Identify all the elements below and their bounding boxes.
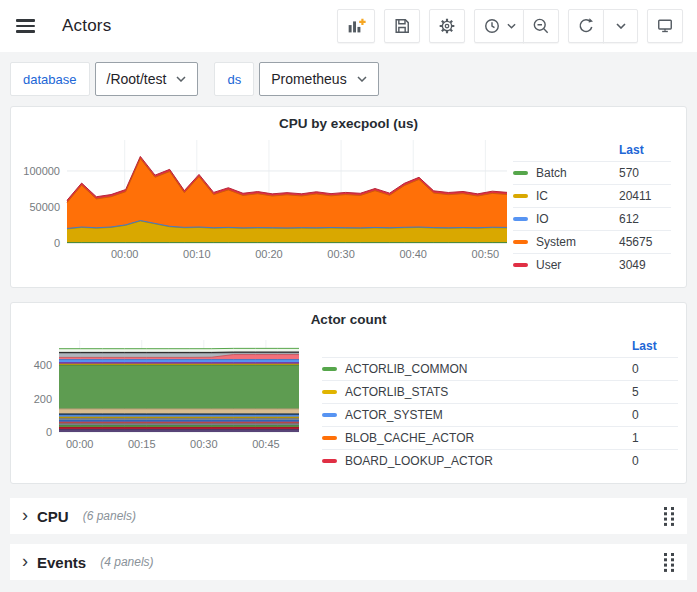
save-icon	[392, 16, 412, 36]
variable-database: database /Root/test	[10, 62, 198, 96]
svg-text:0: 0	[54, 237, 60, 249]
variable-database-label: database	[10, 62, 90, 96]
drag-handle-icon[interactable]	[664, 553, 675, 572]
panel-cpu-by-execpool: CPU by execpool (us) 00:0000:1000:2000:3…	[10, 106, 687, 288]
variable-database-value: /Root/test	[107, 71, 167, 87]
panel-actor-count: Actor count 00:0000:1500:3000:450200400 …	[10, 302, 687, 484]
add-panel-button[interactable]	[337, 9, 375, 43]
series-swatch[interactable]	[513, 263, 528, 267]
series-label: ACTORLIB_COMMON	[345, 362, 467, 376]
chevron-down-icon	[507, 23, 516, 29]
svg-text:100000: 100000	[23, 165, 60, 177]
top-bar: Actors	[0, 0, 697, 52]
variable-ds-select[interactable]: Prometheus	[259, 62, 378, 96]
svg-text:0: 0	[46, 426, 52, 438]
monitor-icon	[655, 16, 675, 36]
svg-text:00:00: 00:00	[66, 438, 94, 450]
svg-text:400: 400	[34, 359, 52, 371]
refresh-button[interactable]	[568, 9, 604, 43]
series-label: BLOB_CACHE_ACTOR	[345, 431, 474, 445]
series-label: ACTOR_SYSTEM	[345, 408, 443, 422]
series-label: ACTORLIB_STATS	[345, 385, 448, 399]
legend-item: ACTORLIB_COMMON 0	[322, 357, 678, 380]
series-swatch[interactable]	[322, 459, 337, 463]
dashboard-toolbar	[337, 9, 683, 43]
variable-ds-value: Prometheus	[271, 71, 346, 87]
series-last-value: 0	[632, 454, 678, 468]
cpu-chart-canvas[interactable]: 00:0000:1000:2000:3000:4000:500500001000…	[13, 132, 513, 283]
series-label: IO	[536, 212, 549, 226]
series-swatch[interactable]	[513, 171, 528, 175]
svg-text:00:10: 00:10	[183, 248, 211, 260]
panel-title[interactable]: CPU by execpool (us)	[11, 107, 686, 132]
gear-icon	[437, 16, 457, 36]
chevron-down-icon	[357, 76, 367, 82]
magnifier-minus-icon	[531, 16, 551, 36]
cpu-chart-legend: Last Batch 570 IC 20411 IO 612 System 45…	[513, 134, 671, 283]
series-swatch[interactable]	[322, 367, 337, 371]
series-swatch[interactable]	[322, 413, 337, 417]
chevron-down-icon	[616, 23, 626, 29]
series-label: Batch	[536, 166, 567, 180]
bar-chart-add-icon	[345, 15, 367, 37]
series-swatch[interactable]	[513, 240, 528, 244]
refresh-interval-button[interactable]	[603, 9, 638, 43]
row-title: CPU	[37, 508, 69, 525]
variable-ds-label: ds	[214, 62, 254, 96]
row-panel-count: (6 panels)	[83, 509, 136, 523]
legend-item: ACTOR_SYSTEM 0	[322, 403, 678, 426]
svg-text:00:40: 00:40	[399, 248, 427, 260]
svg-text:00:50: 00:50	[472, 248, 500, 260]
kiosk-mode-button[interactable]	[647, 9, 683, 43]
series-label: BOARD_LOOKUP_ACTOR	[345, 454, 493, 468]
row-cpu[interactable]: › CPU (6 panels)	[10, 498, 687, 534]
series-last-value: 5	[632, 385, 678, 399]
series-swatch[interactable]	[322, 390, 337, 394]
svg-text:00:30: 00:30	[190, 438, 218, 450]
series-last-value: 0	[632, 408, 678, 422]
legend-item: IO 612	[513, 207, 671, 230]
series-label: User	[536, 258, 561, 272]
actor-count-chart-canvas[interactable]: 00:0000:1500:3000:450200400	[13, 328, 308, 479]
template-variables-row: database /Root/test ds Prometheus	[0, 52, 697, 106]
series-last-value: 20411	[619, 189, 671, 203]
svg-text:00:00: 00:00	[111, 248, 139, 260]
series-last-value: 1	[632, 431, 678, 445]
series-label: IC	[536, 189, 548, 203]
svg-text:00:15: 00:15	[128, 438, 156, 450]
menu-icon[interactable]	[16, 14, 40, 38]
panel-title[interactable]: Actor count	[11, 303, 686, 328]
legend-header-last[interactable]: Last	[619, 143, 671, 157]
legend-item: ACTORLIB_STATS 5	[322, 380, 678, 403]
legend-item: User 3049	[513, 253, 671, 276]
refresh-icon	[576, 16, 596, 36]
drag-handle-icon[interactable]	[664, 507, 675, 526]
series-last-value: 612	[619, 212, 671, 226]
legend-item: Batch 570	[513, 161, 671, 184]
svg-text:00:30: 00:30	[327, 248, 355, 260]
legend-item: BLOB_CACHE_ACTOR 1	[322, 426, 678, 449]
series-swatch[interactable]	[513, 194, 528, 198]
chevron-down-icon	[176, 76, 186, 82]
svg-text:00:45: 00:45	[252, 438, 280, 450]
series-last-value: 0	[632, 362, 678, 376]
svg-text:50000: 50000	[29, 201, 60, 213]
time-picker-button[interactable]	[474, 9, 524, 43]
legend-item: BOARD_LOOKUP_ACTOR 0	[322, 449, 678, 472]
zoom-out-time-button[interactable]	[523, 9, 559, 43]
actor-count-legend: Last ACTORLIB_COMMON 0 ACTORLIB_STATS 5 …	[322, 330, 678, 479]
dashboard-settings-button[interactable]	[429, 9, 465, 43]
svg-text:200: 200	[34, 393, 52, 405]
chevron-right-icon: ›	[22, 552, 28, 570]
row-panel-count: (4 panels)	[100, 555, 153, 569]
chevron-right-icon: ›	[22, 506, 28, 524]
svg-text:00:20: 00:20	[255, 248, 283, 260]
save-dashboard-button[interactable]	[384, 9, 420, 43]
series-swatch[interactable]	[513, 217, 528, 221]
row-events[interactable]: › Events (4 panels)	[10, 544, 687, 580]
series-swatch[interactable]	[322, 436, 337, 440]
clock-icon	[482, 16, 502, 36]
row-title: Events	[37, 554, 86, 571]
legend-header-last[interactable]: Last	[632, 339, 678, 353]
variable-database-select[interactable]: /Root/test	[95, 62, 199, 96]
